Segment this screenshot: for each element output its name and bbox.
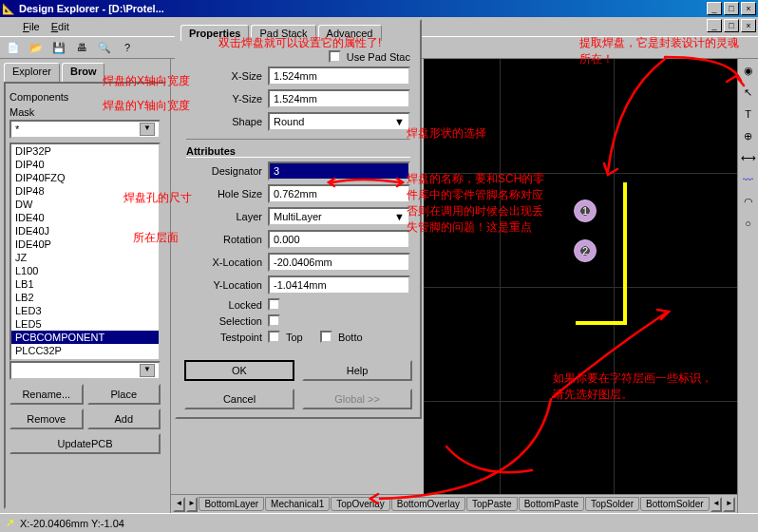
list-item[interactable]: LED3	[11, 304, 159, 317]
child-minimize-button[interactable]: _	[707, 19, 722, 32]
xsize-input[interactable]: 1.524mm	[268, 66, 410, 86]
place-button[interactable]: Place	[87, 384, 161, 405]
list-item[interactable]: DIP40FZQ	[11, 171, 159, 184]
tool-origin-icon[interactable]: ⊕	[739, 125, 758, 146]
status-bar: ↗ X:-20.0406mm Y:-1.04	[0, 513, 758, 532]
tab-bottompaste[interactable]: BottomPaste	[519, 497, 584, 511]
pad-1[interactable]: 1	[574, 200, 597, 222]
remove-button[interactable]: Remove	[9, 408, 84, 429]
layer-dropdown[interactable]: MultiLayer▼	[268, 207, 410, 226]
list-item[interactable]: DW	[11, 198, 159, 211]
tab-topoverlay[interactable]: TopOverlay	[331, 497, 390, 511]
tab-topsolder[interactable]: TopSolder	[585, 497, 639, 511]
footprint-dropdown[interactable]: ▼	[9, 361, 161, 380]
rotation-input[interactable]: 0.000	[268, 230, 410, 249]
selection-label: Selection	[186, 315, 262, 327]
selection-checkbox[interactable]	[268, 314, 280, 327]
left-panel: Explorer Brow Components Mask * ▼ DIP32P…	[0, 59, 171, 513]
scroll-right-icon[interactable]: ►	[186, 497, 199, 512]
child-close-button[interactable]: ×	[741, 19, 756, 32]
scroll-end-left-icon[interactable]: ◄	[711, 497, 723, 512]
open-icon[interactable]: 📂	[27, 38, 46, 57]
help-button[interactable]: Help	[302, 360, 412, 381]
app-icon: 📐	[2, 3, 15, 15]
close-button[interactable]: ×	[741, 2, 756, 15]
layer-tabs: ◄ ► BottomLayer Mechanical1 TopOverlay B…	[171, 494, 737, 513]
status-coords: X:-20.0406mm Y:-1.04	[20, 518, 124, 529]
list-item[interactable]: LB1	[11, 277, 159, 291]
tool-text-icon[interactable]: T	[739, 104, 758, 124]
tool-circle-icon[interactable]: ○	[739, 213, 758, 234]
tool-cursor-icon[interactable]: ↖	[739, 82, 758, 103]
list-item[interactable]: JZ	[11, 251, 159, 264]
overlay-line-v	[623, 182, 627, 325]
testpoint-bottom-checkbox[interactable]	[320, 331, 332, 343]
list-item[interactable]: IDE40J	[11, 224, 159, 238]
components-listbox[interactable]: DIP32P DIP40 DIP40FZQ DIP48 DW IDE40 IDE…	[9, 142, 161, 361]
shape-label: Shape	[186, 116, 262, 127]
new-icon[interactable]: 📄	[4, 38, 23, 57]
tab-advanced[interactable]: Advanced	[318, 25, 382, 41]
yloc-input[interactable]: -1.0414mm	[268, 276, 410, 294]
list-item[interactable]: DIP48	[11, 184, 159, 198]
list-item[interactable]: IDE40P	[11, 238, 159, 251]
shape-dropdown[interactable]: Round▼	[268, 112, 410, 131]
list-item[interactable]: L100	[11, 264, 159, 277]
mask-dropdown[interactable]: * ▼	[9, 120, 161, 139]
use-padstack-checkbox[interactable]	[329, 50, 341, 63]
pad-properties-dialog: Properties Pad Stack Advanced Use Pad St…	[175, 19, 422, 419]
chevron-down-icon[interactable]: ▼	[394, 211, 405, 222]
print-icon[interactable]: 🖶	[72, 38, 91, 57]
tab-explorer[interactable]: Explorer	[4, 63, 60, 82]
list-item[interactable]: DIP32P	[11, 144, 159, 158]
minimize-button[interactable]: _	[707, 2, 722, 15]
ysize-input[interactable]: 1.524mm	[268, 89, 410, 108]
cancel-button[interactable]: Cancel	[184, 389, 294, 409]
child-maximize-button[interactable]: □	[724, 19, 739, 32]
scroll-end-right-icon[interactable]: ►	[723, 497, 735, 512]
cursor-icon: ↗	[6, 517, 14, 529]
maximize-button[interactable]: □	[724, 2, 739, 15]
tab-browse[interactable]: Brow	[62, 63, 105, 82]
help-icon[interactable]: ?	[118, 38, 137, 57]
list-item[interactable]: LB2	[11, 291, 159, 304]
save-icon[interactable]: 💾	[49, 38, 68, 57]
list-item[interactable]: IDE40	[11, 211, 159, 224]
list-item[interactable]: PLCC32P	[11, 344, 159, 357]
holesize-input[interactable]: 0.762mm	[268, 184, 410, 203]
pcb-canvas[interactable]: 1 2	[424, 59, 737, 494]
list-item[interactable]: LED5	[11, 317, 159, 331]
pad-2[interactable]: 2	[574, 239, 597, 262]
tool-dimension-icon[interactable]: ⟷	[739, 147, 758, 168]
chevron-down-icon[interactable]: ▼	[140, 123, 155, 136]
locked-checkbox[interactable]	[268, 298, 280, 311]
add-button[interactable]: Add	[87, 408, 161, 429]
designator-input[interactable]: 3	[268, 162, 410, 180]
chevron-down-icon[interactable]: ▼	[394, 116, 405, 127]
chevron-down-icon[interactable]: ▼	[140, 364, 155, 377]
attributes-group: Attributes	[186, 139, 410, 158]
menu-edit[interactable]: Edit	[51, 21, 69, 32]
global-button: Global >>	[302, 389, 412, 409]
tab-mechanical1[interactable]: Mechanical1	[265, 497, 330, 511]
tab-bottomlayer[interactable]: BottomLayer	[199, 497, 264, 511]
list-item-selected[interactable]: PCBCOMPONENT	[11, 331, 159, 344]
tab-toppaste[interactable]: TopPaste	[466, 497, 518, 511]
scroll-left-icon[interactable]: ◄	[173, 497, 185, 512]
tab-bottomsolder[interactable]: BottomSolder	[640, 497, 710, 511]
center-area: Properties Pad Stack Advanced Use Pad St…	[171, 59, 758, 513]
tool-pad-icon[interactable]: ◉	[739, 60, 758, 81]
xloc-input[interactable]: -20.0406mm	[268, 253, 410, 272]
menu-file[interactable]: FFileile	[23, 21, 40, 32]
tab-padstack[interactable]: Pad Stack	[251, 25, 315, 41]
tab-bottomoverlay[interactable]: BottomOverlay	[391, 497, 465, 511]
tool-arc-icon[interactable]: ◠	[739, 191, 758, 212]
updatepcb-button[interactable]: UpdatePCB	[9, 433, 161, 454]
tool-wave-icon[interactable]: 〰	[739, 169, 758, 190]
testpoint-top-checkbox[interactable]	[268, 331, 280, 343]
list-item[interactable]: DIP40	[11, 158, 159, 171]
rename-button[interactable]: Rename...	[9, 384, 84, 405]
zoom-icon[interactable]: 🔍	[95, 38, 114, 57]
tab-properties[interactable]: Properties	[180, 25, 249, 41]
ok-button[interactable]: OK	[184, 360, 294, 381]
